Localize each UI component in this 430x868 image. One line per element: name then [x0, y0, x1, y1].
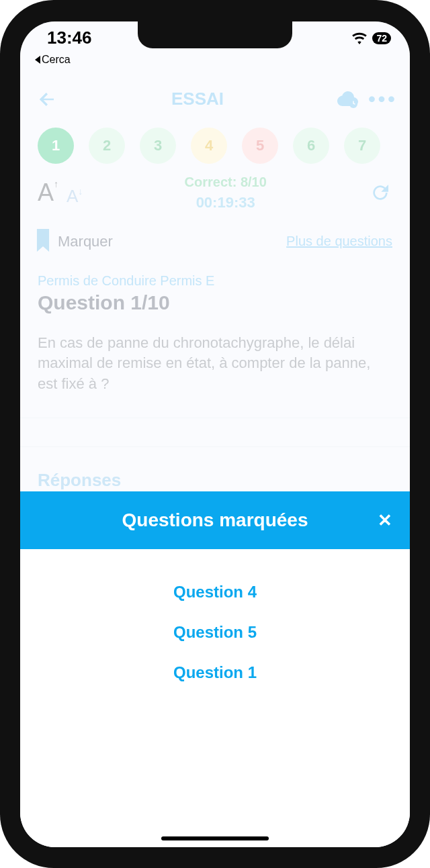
sheet-title: Questions marquées	[122, 510, 308, 531]
close-button[interactable]: ✕	[378, 510, 392, 530]
clock: 13:46	[47, 28, 92, 48]
sheet-header: Questions marquées ✕	[20, 491, 410, 549]
notch	[138, 21, 292, 48]
sheet-body: Question 4Question 5Question 1	[20, 549, 410, 716]
back-to-app[interactable]: Cerca	[35, 54, 71, 66]
battery-level: 72	[376, 33, 387, 44]
back-caret-icon	[35, 56, 40, 64]
wifi-icon	[352, 32, 367, 44]
marked-question-link[interactable]: Question 1	[173, 663, 257, 682]
back-app-label: Cerca	[42, 54, 71, 66]
marked-question-link[interactable]: Question 5	[173, 623, 257, 642]
screen: 13:46 72 Cerca ESSAI	[20, 21, 410, 847]
marked-question-link[interactable]: Question 4	[173, 583, 257, 601]
battery-indicator: 72	[372, 32, 391, 44]
close-icon: ✕	[378, 510, 392, 530]
marked-questions-sheet: Questions marquées ✕ Question 4Question …	[20, 491, 410, 847]
device-bezel: 13:46 72 Cerca ESSAI	[0, 0, 430, 868]
home-indicator[interactable]	[161, 836, 269, 840]
